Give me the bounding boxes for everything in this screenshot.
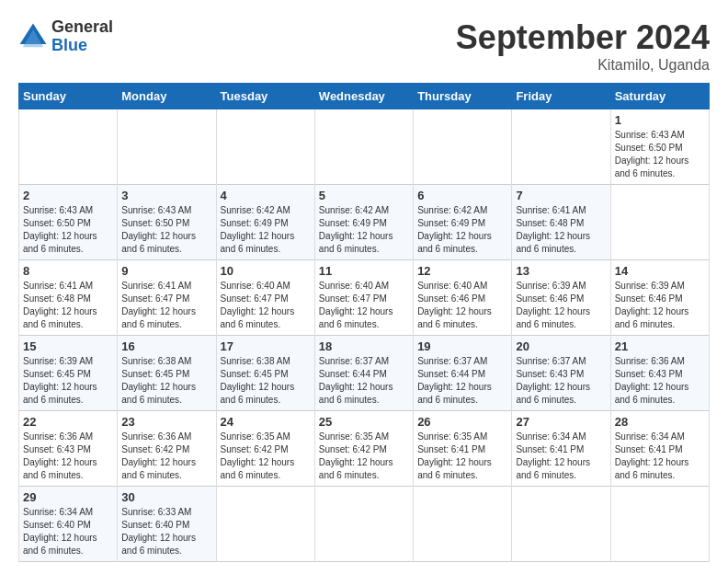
day-info: Sunrise: 6:39 AMSunset: 6:46 PMDaylight:… — [615, 280, 705, 331]
empty-cell — [118, 109, 216, 185]
day-number: 25 — [319, 415, 409, 429]
day-info: Sunrise: 6:41 AMSunset: 6:48 PMDaylight:… — [23, 280, 113, 331]
calendar-week: 29Sunrise: 6:34 AMSunset: 6:40 PMDayligh… — [19, 487, 710, 562]
header-day: Monday — [118, 84, 216, 109]
calendar-day: 22Sunrise: 6:36 AMSunset: 6:43 PMDayligh… — [19, 411, 118, 487]
title-block: September 2024 Kitamilo, Uganda — [456, 18, 710, 74]
day-info: Sunrise: 6:35 AMSunset: 6:42 PMDaylight:… — [319, 431, 409, 482]
calendar-day: 3Sunrise: 6:43 AMSunset: 6:50 PMDaylight… — [118, 185, 216, 260]
day-number: 19 — [417, 339, 507, 353]
day-number: 14 — [615, 264, 705, 278]
calendar-day: 30Sunrise: 6:33 AMSunset: 6:40 PMDayligh… — [118, 487, 216, 562]
calendar-day: 21Sunrise: 6:36 AMSunset: 6:43 PMDayligh… — [610, 336, 709, 411]
calendar-day: 25Sunrise: 6:35 AMSunset: 6:42 PMDayligh… — [314, 411, 413, 487]
calendar-week: 22Sunrise: 6:36 AMSunset: 6:43 PMDayligh… — [19, 411, 710, 487]
day-info: Sunrise: 6:39 AMSunset: 6:46 PMDaylight:… — [516, 280, 606, 331]
day-number: 17 — [221, 339, 311, 353]
logo-general: General — [51, 18, 113, 37]
header-day: Tuesday — [216, 84, 314, 109]
day-info: Sunrise: 6:43 AMSunset: 6:50 PMDaylight:… — [23, 204, 113, 256]
day-info: Sunrise: 6:35 AMSunset: 6:41 PMDaylight:… — [417, 431, 507, 482]
day-number: 26 — [417, 415, 507, 429]
calendar-week: 1Sunrise: 6:43 AMSunset: 6:50 PMDaylight… — [19, 109, 710, 185]
day-number: 24 — [221, 415, 311, 429]
calendar-day: 8Sunrise: 6:41 AMSunset: 6:48 PMDaylight… — [19, 260, 118, 336]
calendar-day — [314, 487, 413, 562]
calendar-day: 6Sunrise: 6:42 AMSunset: 6:49 PMDaylight… — [414, 185, 512, 260]
day-number: 6 — [417, 189, 507, 202]
day-number: 22 — [23, 415, 113, 429]
header-day: Saturday — [610, 84, 709, 109]
calendar-table: SundayMondayTuesdayWednesdayThursdayFrid… — [18, 83, 710, 562]
calendar-day — [216, 487, 314, 562]
month-title: September 2024 — [456, 18, 710, 57]
day-number: 13 — [516, 264, 606, 278]
calendar-day: 7Sunrise: 6:41 AMSunset: 6:48 PMDaylight… — [512, 185, 610, 260]
calendar-week: 15Sunrise: 6:39 AMSunset: 6:45 PMDayligh… — [19, 336, 710, 411]
day-number: 3 — [121, 189, 211, 202]
day-number: 23 — [121, 415, 211, 429]
calendar-day: 20Sunrise: 6:37 AMSunset: 6:43 PMDayligh… — [512, 336, 610, 411]
calendar-day — [414, 487, 512, 562]
header-day: Friday — [512, 84, 610, 109]
day-number: 15 — [23, 339, 113, 353]
header-day: Sunday — [19, 84, 118, 109]
day-number: 30 — [121, 490, 211, 504]
header-day: Wednesday — [314, 84, 413, 109]
empty-cell — [216, 109, 314, 185]
day-info: Sunrise: 6:38 AMSunset: 6:45 PMDaylight:… — [121, 355, 211, 407]
calendar-day: 17Sunrise: 6:38 AMSunset: 6:45 PMDayligh… — [216, 336, 314, 411]
empty-cell — [314, 109, 413, 185]
day-number: 9 — [121, 264, 211, 278]
calendar-day — [610, 487, 709, 562]
day-number: 8 — [23, 264, 113, 278]
day-info: Sunrise: 6:36 AMSunset: 6:43 PMDaylight:… — [615, 355, 705, 407]
day-number: 29 — [23, 490, 113, 504]
calendar-day: 24Sunrise: 6:35 AMSunset: 6:42 PMDayligh… — [216, 411, 314, 487]
logo-blue: Blue — [51, 37, 113, 55]
day-info: Sunrise: 6:37 AMSunset: 6:44 PMDaylight:… — [319, 355, 409, 407]
header-day: Thursday — [414, 84, 512, 109]
day-info: Sunrise: 6:43 AMSunset: 6:50 PMDaylight:… — [615, 129, 705, 180]
calendar-day: 12Sunrise: 6:40 AMSunset: 6:46 PMDayligh… — [414, 260, 512, 336]
calendar-day: 1Sunrise: 6:43 AMSunset: 6:50 PMDaylight… — [610, 109, 709, 185]
calendar-day: 28Sunrise: 6:34 AMSunset: 6:41 PMDayligh… — [610, 411, 709, 487]
location: Kitamilo, Uganda — [456, 57, 710, 74]
day-info: Sunrise: 6:37 AMSunset: 6:44 PMDaylight:… — [417, 355, 507, 407]
day-info: Sunrise: 6:40 AMSunset: 6:47 PMDaylight:… — [221, 280, 311, 331]
header-row: SundayMondayTuesdayWednesdayThursdayFrid… — [19, 84, 710, 109]
calendar-day: 19Sunrise: 6:37 AMSunset: 6:44 PMDayligh… — [414, 336, 512, 411]
day-info: Sunrise: 6:37 AMSunset: 6:43 PMDaylight:… — [516, 355, 606, 407]
calendar-day: 13Sunrise: 6:39 AMSunset: 6:46 PMDayligh… — [512, 260, 610, 336]
calendar-week: 8Sunrise: 6:41 AMSunset: 6:48 PMDaylight… — [19, 260, 710, 336]
calendar-day — [512, 487, 610, 562]
day-number: 28 — [615, 415, 705, 429]
day-info: Sunrise: 6:34 AMSunset: 6:41 PMDaylight:… — [516, 431, 606, 482]
day-info: Sunrise: 6:39 AMSunset: 6:45 PMDaylight:… — [23, 355, 113, 407]
calendar-day: 27Sunrise: 6:34 AMSunset: 6:41 PMDayligh… — [512, 411, 610, 487]
calendar-day: 5Sunrise: 6:42 AMSunset: 6:49 PMDaylight… — [314, 185, 413, 260]
day-number: 11 — [319, 264, 409, 278]
day-number: 1 — [615, 113, 705, 127]
day-info: Sunrise: 6:34 AMSunset: 6:41 PMDaylight:… — [615, 431, 705, 482]
calendar-day: 11Sunrise: 6:40 AMSunset: 6:47 PMDayligh… — [314, 260, 413, 336]
calendar-body: 1Sunrise: 6:43 AMSunset: 6:50 PMDaylight… — [19, 109, 710, 562]
day-info: Sunrise: 6:40 AMSunset: 6:46 PMDaylight:… — [417, 280, 507, 331]
calendar-day: 15Sunrise: 6:39 AMSunset: 6:45 PMDayligh… — [19, 336, 118, 411]
calendar-day: 18Sunrise: 6:37 AMSunset: 6:44 PMDayligh… — [314, 336, 413, 411]
day-number: 4 — [221, 189, 311, 202]
empty-cell — [512, 109, 610, 185]
calendar-day: 4Sunrise: 6:42 AMSunset: 6:49 PMDaylight… — [216, 185, 314, 260]
day-info: Sunrise: 6:42 AMSunset: 6:49 PMDaylight:… — [417, 204, 507, 256]
day-info: Sunrise: 6:34 AMSunset: 6:40 PMDaylight:… — [23, 506, 113, 557]
calendar-day: 23Sunrise: 6:36 AMSunset: 6:42 PMDayligh… — [118, 411, 216, 487]
logo-icon — [18, 22, 48, 52]
day-info: Sunrise: 6:35 AMSunset: 6:42 PMDaylight:… — [221, 431, 311, 482]
day-info: Sunrise: 6:42 AMSunset: 6:49 PMDaylight:… — [221, 204, 311, 256]
day-number: 16 — [121, 339, 211, 353]
calendar-header: SundayMondayTuesdayWednesdayThursdayFrid… — [19, 84, 710, 109]
day-number: 21 — [615, 339, 705, 353]
day-info: Sunrise: 6:36 AMSunset: 6:43 PMDaylight:… — [23, 431, 113, 482]
day-info: Sunrise: 6:36 AMSunset: 6:42 PMDaylight:… — [121, 431, 211, 482]
day-info: Sunrise: 6:41 AMSunset: 6:47 PMDaylight:… — [121, 280, 211, 331]
